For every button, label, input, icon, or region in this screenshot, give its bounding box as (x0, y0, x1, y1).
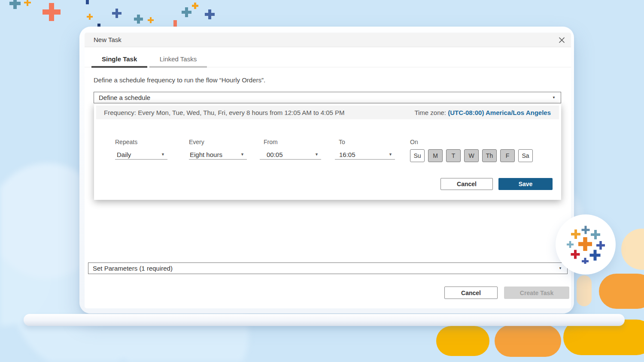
caret-down-icon: ▼ (315, 152, 321, 157)
every-dropdown[interactable]: Eight hours ▼ (189, 150, 247, 160)
laptop-base (24, 314, 625, 326)
logo-badge (556, 214, 616, 275)
plus-icon (87, 14, 93, 20)
caret-down-icon: ▼ (389, 152, 395, 157)
day-toggle-tuesday[interactable]: T (446, 149, 461, 162)
plus-icon (112, 9, 122, 18)
day-toggle-friday[interactable]: F (500, 149, 515, 162)
close-icon[interactable] (556, 34, 568, 46)
repeats-field: Repeats Daily ▼ (115, 139, 167, 160)
schedule-panel: Frequency: Every Mon, Tue, Wed, Thu, Fri… (94, 103, 561, 200)
orange-pill-shape (599, 274, 644, 309)
yellow-pill-shape (436, 326, 489, 356)
orange-pill-shape (495, 325, 561, 357)
plus-icon (24, 0, 31, 6)
plus-icon (205, 9, 215, 19)
on-label: On (410, 139, 533, 145)
plus-icon (182, 7, 191, 17)
from-dropdown[interactable]: 00:05 ▼ (260, 150, 321, 160)
every-label: Every (189, 139, 247, 145)
plus-icon (148, 17, 154, 23)
to-value: 16:05 (339, 151, 355, 158)
parameters-select-value: Set Parameters (1 required) (93, 265, 173, 272)
tab-linked-tasks[interactable]: Linked Tasks (149, 52, 207, 67)
schedule-save-button[interactable]: Save (498, 178, 553, 190)
tab-bar: Single Task Linked Tasks (85, 52, 571, 67)
day-toggle-wednesday[interactable]: W (464, 149, 479, 162)
peach-pill-shape (577, 275, 592, 306)
schedule-select-value: Define a schedule (99, 94, 150, 101)
schedule-cancel-button[interactable]: Cancel (440, 178, 493, 190)
every-field: Every Eight hours ▼ (189, 139, 247, 160)
schedule-select[interactable]: Define a schedule ▼ (94, 92, 561, 103)
caret-down-icon: ▼ (552, 96, 556, 100)
bar-icon (86, 0, 89, 4)
from-value: 00:05 (267, 151, 283, 158)
frequency-summary: Frequency: Every Mon, Tue, Wed, Thu, Fri… (104, 109, 345, 116)
dialog-title: New Task (94, 36, 122, 43)
day-toggle-group: Su M T W Th F Sa (410, 149, 533, 162)
create-task-button[interactable]: Create Task (504, 287, 569, 299)
repeats-label: Repeats (115, 139, 167, 145)
plus-icon (192, 3, 198, 9)
from-field: From 00:05 ▼ (260, 139, 321, 160)
to-label: To (335, 139, 395, 145)
plus-icon (43, 3, 61, 21)
repeats-dropdown[interactable]: Daily ▼ (115, 150, 167, 160)
to-field: To 16:05 ▼ (335, 139, 395, 160)
every-value: Eight hours (190, 151, 222, 158)
day-toggle-thursday[interactable]: Th (482, 149, 497, 162)
new-task-dialog: New Task Single Task Linked Tasks Define… (85, 33, 571, 308)
tab-single-task[interactable]: Single Task (91, 52, 147, 67)
laptop-screen-bezel: New Task Single Task Linked Tasks Define… (79, 27, 574, 314)
dialog-cancel-button[interactable]: Cancel (444, 287, 498, 299)
desktop-background: New Task Single Task Linked Tasks Define… (0, 0, 644, 362)
day-toggle-monday[interactable]: M (428, 149, 443, 162)
day-toggle-saturday[interactable]: Sa (518, 149, 533, 162)
plus-icon (9, 0, 21, 9)
caret-down-icon: ▼ (240, 152, 247, 157)
timezone-label: Time zone: (414, 109, 446, 116)
from-label: From (260, 139, 321, 145)
frequency-bar: Frequency: Every Mon, Tue, Wed, Thu, Fri… (96, 106, 559, 119)
timezone: Time zone: (UTC-08:00) America/Los Angel… (414, 109, 551, 116)
plus-icon (134, 15, 143, 24)
caret-down-icon: ▼ (559, 266, 562, 270)
schedule-description: Define a schedule frequency to run the f… (94, 76, 265, 84)
to-dropdown[interactable]: 16:05 ▼ (335, 150, 395, 160)
timezone-link[interactable]: (UTC-08:00) America/Los Angeles (448, 109, 551, 116)
repeats-value: Daily (117, 151, 131, 158)
dialog-header: New Task (85, 33, 571, 47)
day-toggle-sunday[interactable]: Su (410, 149, 425, 162)
parameters-select[interactable]: Set Parameters (1 required) ▼ (88, 262, 568, 274)
caret-down-icon: ▼ (161, 152, 167, 157)
on-field: On Su M T W Th F Sa (410, 139, 533, 162)
tableau-logo-icon (566, 225, 605, 264)
